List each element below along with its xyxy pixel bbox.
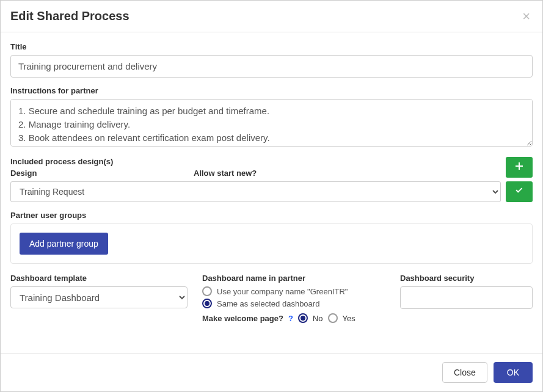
- modal-footer: Close OK: [1, 353, 542, 391]
- confirm-design-button[interactable]: [506, 181, 533, 202]
- partner-groups-panel: Add partner group: [10, 223, 533, 264]
- allow-column-label: Allow start new?: [194, 169, 506, 178]
- included-label: Included process design(s): [10, 157, 506, 166]
- dashboard-name-col: Dashboard name in partner Use your compa…: [202, 274, 385, 323]
- design-row: Training Request: [10, 181, 533, 202]
- welcome-yes-label: Yes: [343, 314, 355, 323]
- instructions-group: Instructions for partner: [10, 86, 533, 148]
- help-icon[interactable]: ?: [288, 314, 293, 323]
- included-designs-group: Included process design(s) Design Allow …: [10, 157, 533, 202]
- instructions-label: Instructions for partner: [10, 86, 533, 95]
- modal-title: Edit Shared Process: [10, 9, 129, 23]
- dashboard-security-input[interactable]: [400, 286, 533, 309]
- instructions-textarea[interactable]: [10, 99, 533, 147]
- design-select[interactable]: Training Request: [10, 181, 501, 202]
- dashboard-security-label: Dashboard security: [400, 274, 533, 283]
- dashboard-name-label: Dashboard name in partner: [202, 274, 385, 283]
- radio-icon: [202, 299, 212, 308]
- title-group: Title: [10, 42, 533, 78]
- check-icon: [514, 186, 524, 198]
- modal-header: Edit Shared Process ×: [1, 1, 542, 32]
- welcome-no-radio[interactable]: [298, 313, 308, 323]
- dashboard-row: Dashboard template Training Dashboard Da…: [10, 274, 533, 323]
- design-column-label: Design: [10, 169, 194, 178]
- edit-shared-process-modal: Edit Shared Process × Title Instructions…: [0, 0, 543, 392]
- dashboard-template-label: Dashboard template: [10, 274, 188, 283]
- partner-groups-label: Partner user groups: [10, 211, 533, 220]
- partner-groups-group: Partner user groups Add partner group: [10, 211, 533, 264]
- add-partner-group-button[interactable]: Add partner group: [20, 233, 108, 255]
- welcome-yes-radio[interactable]: [328, 313, 338, 323]
- radio-icon: [202, 286, 212, 296]
- modal-body: Title Instructions for partner Included …: [1, 32, 542, 353]
- welcome-no-label: No: [313, 314, 323, 323]
- welcome-page-row: Make welcome page? ? No Yes: [202, 313, 385, 323]
- dashboard-template-select[interactable]: Training Dashboard: [10, 286, 188, 308]
- close-icon[interactable]: ×: [520, 10, 533, 23]
- plus-icon: [514, 161, 524, 173]
- radio-same-as-dashboard[interactable]: Same as selected dashboard: [202, 299, 385, 308]
- dashboard-security-col: Dashboard security: [400, 274, 533, 323]
- radio-company-label: Use your company name "GreenITR": [217, 287, 348, 296]
- welcome-label: Make welcome page?: [202, 314, 283, 323]
- close-button[interactable]: Close: [442, 362, 487, 383]
- ok-button[interactable]: OK: [494, 362, 533, 383]
- radio-company-name[interactable]: Use your company name "GreenITR": [202, 286, 385, 296]
- dashboard-template-col: Dashboard template Training Dashboard: [10, 274, 188, 323]
- radio-same-label: Same as selected dashboard: [217, 299, 319, 308]
- add-design-button[interactable]: [506, 157, 533, 178]
- title-input[interactable]: [10, 55, 533, 78]
- title-label: Title: [10, 42, 533, 51]
